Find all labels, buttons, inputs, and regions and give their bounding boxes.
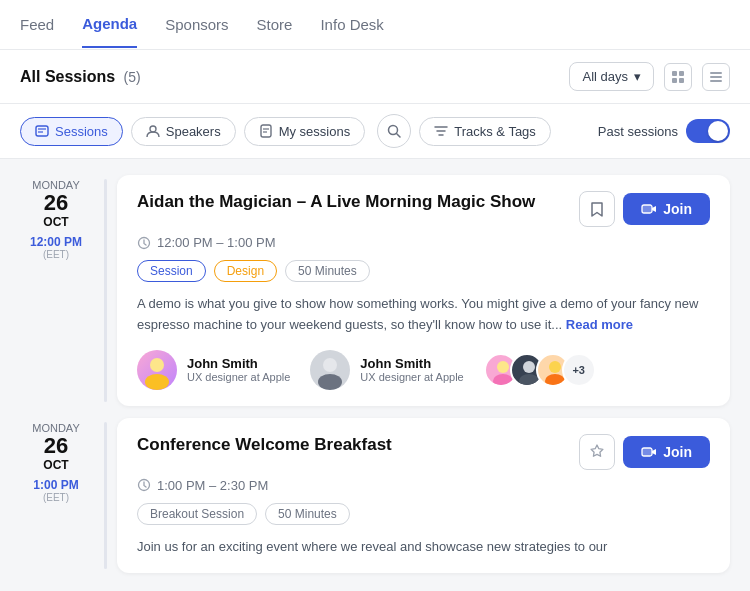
svg-point-22: [497, 361, 509, 373]
date-day-2: Monday: [20, 422, 92, 434]
timeline-line-2: [104, 422, 107, 570]
avatar-stack: +3: [484, 353, 596, 387]
video-icon: [641, 201, 657, 217]
svg-rect-11: [261, 125, 271, 137]
date-num-2: 26: [20, 434, 92, 458]
speaker-role-1a: UX designer at Apple: [187, 371, 290, 383]
session-time-2: 1:00 PM – 2:30 PM: [137, 478, 710, 493]
svg-point-10: [150, 126, 156, 132]
star-button-2[interactable]: [579, 434, 615, 470]
card-header-2: Conference Welcome Breakfast Join: [137, 434, 710, 470]
past-sessions-toggle[interactable]: [686, 119, 730, 143]
session-tags-2: Breakout Session 50 Minutes: [137, 503, 710, 525]
speaker-info-1a: John Smith UX designer at Apple: [187, 356, 290, 383]
svg-point-24: [523, 361, 535, 373]
toggle-thumb: [708, 121, 728, 141]
star-icon: [589, 444, 605, 460]
svg-rect-2: [672, 78, 677, 83]
all-days-button[interactable]: All days ▾: [569, 62, 654, 91]
svg-rect-6: [710, 80, 722, 82]
speaker-avatar-1a: [137, 350, 177, 390]
speaker-1a: John Smith UX designer at Apple: [137, 350, 290, 390]
tag-duration-1: 50 Minutes: [285, 260, 370, 282]
tag-breakout: Breakout Session: [137, 503, 257, 525]
filter-icon: [434, 124, 448, 138]
card-header-1: Aidan the Magician – A Live Morning Magi…: [137, 191, 710, 227]
my-sessions-icon: [259, 124, 273, 138]
date-tz-1: (EET): [20, 249, 92, 260]
svg-rect-5: [710, 76, 722, 78]
date-time-2: 1:00 PM: [20, 478, 92, 492]
svg-rect-7: [36, 126, 48, 136]
date-col-1: Monday 26 OCT 12:00 PM (EET): [20, 175, 100, 406]
avatar-plus-count: +3: [562, 353, 596, 387]
speakers-filter-btn[interactable]: Speakers: [131, 117, 236, 146]
speakers-icon: [146, 124, 160, 138]
svg-point-27: [545, 374, 565, 387]
clock-icon: [137, 236, 151, 250]
date-col-2: Monday 26 OCT 1:00 PM (EET): [20, 418, 100, 574]
session-time-1: 12:00 PM – 1:00 PM: [137, 235, 710, 250]
header-title: All Sessions (5): [20, 68, 141, 86]
svg-rect-1: [679, 71, 684, 76]
svg-point-19: [145, 374, 169, 390]
timeline-line-1: [104, 179, 107, 402]
tag-session: Session: [137, 260, 206, 282]
card-actions-2: Join: [579, 434, 710, 470]
read-more-1[interactable]: Read more: [566, 317, 633, 332]
svg-point-21: [318, 374, 342, 390]
join-button-1[interactable]: Join: [623, 193, 710, 225]
session-tags-1: Session Design 50 Minutes: [137, 260, 710, 282]
svg-point-18: [150, 358, 164, 372]
nav-sponsors[interactable]: Sponsors: [165, 2, 228, 47]
filter-bar: Sessions Speakers My sessions Tracks & T…: [0, 104, 750, 159]
date-month-1: OCT: [20, 215, 92, 229]
list-view-icon[interactable]: [702, 63, 730, 91]
svg-rect-4: [710, 72, 722, 74]
chevron-down-icon: ▾: [634, 69, 641, 84]
speaker-role-1b: UX designer at Apple: [360, 371, 463, 383]
tag-design: Design: [214, 260, 277, 282]
speaker-name-1b: John Smith: [360, 356, 463, 371]
svg-point-20: [323, 358, 337, 372]
search-button[interactable]: [377, 114, 411, 148]
tag-duration-2: 50 Minutes: [265, 503, 350, 525]
past-sessions-control: Past sessions: [598, 119, 730, 143]
card-title-2: Conference Welcome Breakfast: [137, 434, 567, 456]
svg-rect-28: [642, 448, 652, 456]
nav-feed[interactable]: Feed: [20, 2, 54, 47]
session-card-2: Conference Welcome Breakfast Join 1:00 P…: [117, 418, 730, 574]
date-month-2: OCT: [20, 458, 92, 472]
svg-point-23: [493, 374, 513, 387]
nav-agenda[interactable]: Agenda: [82, 1, 137, 48]
svg-point-26: [549, 361, 561, 373]
nav-info-desk[interactable]: Info Desk: [320, 2, 383, 47]
sessions-filter-btn[interactable]: Sessions: [20, 117, 123, 146]
grid-view-icon[interactable]: [664, 63, 692, 91]
card-title-1: Aidan the Magician – A Live Morning Magi…: [137, 191, 567, 213]
card-actions-1: Join: [579, 191, 710, 227]
speaker-info-1b: John Smith UX designer at Apple: [360, 356, 463, 383]
sessions-icon: [35, 124, 49, 138]
header-bar: All Sessions (5) All days ▾: [0, 50, 750, 104]
svg-point-25: [519, 374, 539, 387]
session-row-2: Monday 26 OCT 1:00 PM (EET) Conference W…: [20, 418, 730, 574]
svg-rect-0: [672, 71, 677, 76]
svg-rect-16: [642, 205, 652, 213]
nav-store[interactable]: Store: [257, 2, 293, 47]
my-sessions-filter-btn[interactable]: My sessions: [244, 117, 366, 146]
video-icon-2: [641, 444, 657, 460]
search-icon: [387, 124, 401, 138]
join-button-2[interactable]: Join: [623, 436, 710, 468]
session-card-1: Aidan the Magician – A Live Morning Magi…: [117, 175, 730, 406]
speakers-1: John Smith UX designer at Apple John Smi…: [137, 350, 710, 390]
clock-icon-2: [137, 478, 151, 492]
svg-rect-3: [679, 78, 684, 83]
date-num-1: 26: [20, 191, 92, 215]
bookmark-button-1[interactable]: [579, 191, 615, 227]
sessions-content: Monday 26 OCT 12:00 PM (EET) Aidan the M…: [0, 159, 750, 589]
bookmark-icon: [589, 201, 605, 217]
tracks-tags-btn[interactable]: Tracks & Tags: [419, 117, 551, 146]
session-desc-2: Join us for an exciting event where we r…: [137, 537, 710, 558]
session-desc-1: A demo is what you give to show how some…: [137, 294, 710, 336]
